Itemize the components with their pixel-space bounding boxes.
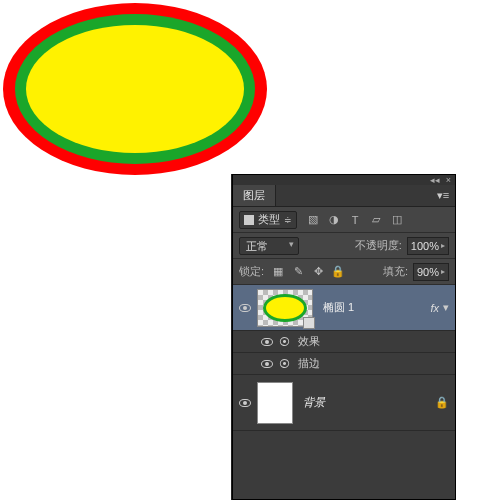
opacity-value: 100% — [411, 240, 439, 252]
layer-thumbnail[interactable] — [257, 289, 313, 327]
ellipse-stroke-outer — [3, 3, 267, 175]
tab-layers[interactable]: 图层 — [233, 185, 276, 206]
chevron-down-icon: ≑ — [284, 215, 292, 225]
ellipse-fill — [26, 25, 244, 153]
lock-transparent-icon[interactable]: ▦ — [271, 265, 285, 279]
lock-all-icon[interactable]: 🔒 — [331, 265, 345, 279]
panel-grip[interactable]: ◂◂ × — [233, 175, 455, 185]
ellipse-stroke-inner — [15, 14, 255, 164]
eye-icon — [239, 304, 251, 312]
layer-thumbnail[interactable] — [257, 382, 293, 424]
filter-kind-label: 类型 — [258, 212, 280, 227]
fx-badge[interactable]: fx — [430, 302, 439, 314]
filter-adjust-icon[interactable]: ◑ — [327, 213, 341, 227]
fill-value: 90% — [417, 266, 439, 278]
layer-item-background[interactable]: 背景 🔒 — [233, 375, 455, 431]
eye-icon — [261, 360, 273, 368]
eye-icon — [239, 399, 251, 407]
lock-icons: ▦ ✎ ✥ 🔒 — [271, 265, 345, 279]
layer-stroke-row[interactable]: ⦿ 描边 — [233, 353, 455, 375]
filter-type-icon[interactable]: T — [348, 213, 362, 227]
effects-bullet-icon: ⦿ — [279, 336, 290, 348]
fill-label: 填充: — [383, 264, 408, 279]
blend-mode-select[interactable]: 正常 — [239, 237, 299, 255]
visibility-toggle[interactable] — [233, 304, 257, 312]
layer-name[interactable]: 背景 — [303, 395, 435, 410]
filter-kind-select[interactable]: 类型 ≑ — [239, 211, 297, 229]
filter-kind-icon — [244, 215, 254, 225]
lock-position-icon[interactable]: ✥ — [311, 265, 325, 279]
stroke-bullet-icon: ⦿ — [279, 358, 290, 370]
eye-icon — [261, 338, 273, 346]
lock-label: 锁定: — [239, 264, 264, 279]
visibility-toggle[interactable] — [255, 338, 279, 346]
fill-field[interactable]: 90% ▸ — [413, 263, 449, 281]
visibility-toggle[interactable] — [233, 399, 257, 407]
layer-list: 椭圆 1 fx ▾ ⦿ 效果 ⦿ 描边 背景 🔒 — [233, 285, 455, 499]
opacity-label: 不透明度: — [355, 238, 402, 253]
collapse-icon[interactable]: ◂◂ — [430, 175, 440, 185]
layer-name[interactable]: 椭圆 1 — [323, 300, 430, 315]
fx-expand-icon[interactable]: ▾ — [443, 301, 449, 314]
lock-row: 锁定: ▦ ✎ ✥ 🔒 填充: 90% ▸ — [233, 259, 455, 285]
panel-menu-icon[interactable]: ▾≡ — [431, 185, 455, 206]
panel-tabbar: 图层 ▾≡ — [233, 185, 455, 207]
stroke-label: 描边 — [298, 356, 320, 371]
vector-mask-badge[interactable] — [303, 317, 315, 329]
filter-row: 类型 ≑ ▧ ◑ T ▱ ◫ — [233, 207, 455, 233]
filter-pixel-icon[interactable]: ▧ — [306, 213, 320, 227]
filter-icons: ▧ ◑ T ▱ ◫ — [306, 213, 404, 227]
filter-shape-icon[interactable]: ▱ — [369, 213, 383, 227]
visibility-toggle[interactable] — [255, 360, 279, 368]
close-icon[interactable]: × — [446, 175, 451, 185]
opacity-stepper-icon[interactable]: ▸ — [441, 241, 445, 250]
blend-row: 正常 不透明度: 100% ▸ — [233, 233, 455, 259]
layers-panel: ◂◂ × 图层 ▾≡ 类型 ≑ ▧ ◑ T ▱ ◫ 正常 不透明度: 100% … — [232, 174, 456, 500]
layer-item-ellipse[interactable]: 椭圆 1 fx ▾ — [233, 285, 455, 331]
lock-icon: 🔒 — [435, 396, 449, 409]
fill-stepper-icon[interactable]: ▸ — [441, 267, 445, 276]
canvas-artwork — [3, 3, 267, 175]
blend-mode-value: 正常 — [246, 240, 268, 252]
lock-paint-icon[interactable]: ✎ — [291, 265, 305, 279]
effects-label: 效果 — [298, 334, 320, 349]
filter-smart-icon[interactable]: ◫ — [390, 213, 404, 227]
layer-effects-row[interactable]: ⦿ 效果 — [233, 331, 455, 353]
opacity-field[interactable]: 100% ▸ — [407, 237, 449, 255]
thumbnail-ellipse — [263, 294, 307, 322]
